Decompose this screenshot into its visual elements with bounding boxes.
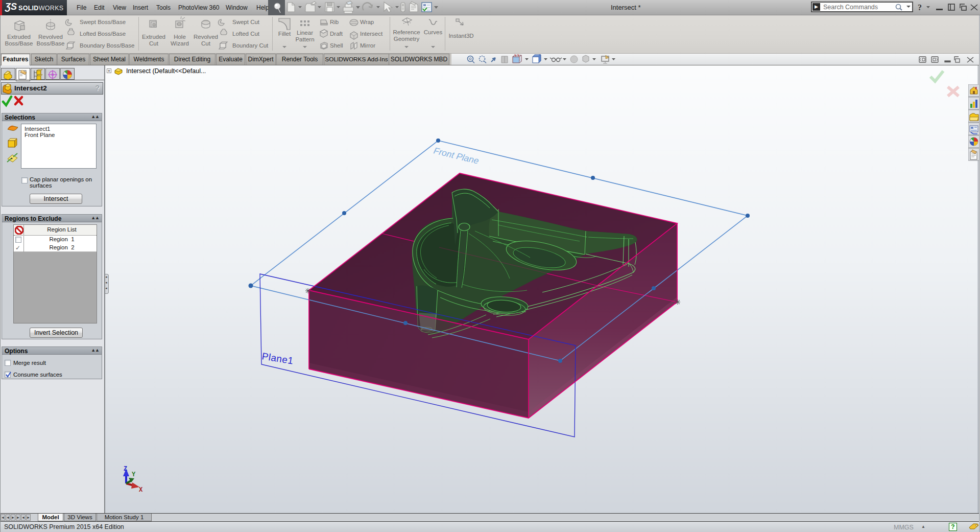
svg-text:Z: Z	[124, 466, 127, 473]
svg-text:?: ?	[918, 3, 922, 12]
svg-text:Y: Y	[132, 471, 136, 478]
svg-text:X: X	[139, 487, 143, 494]
